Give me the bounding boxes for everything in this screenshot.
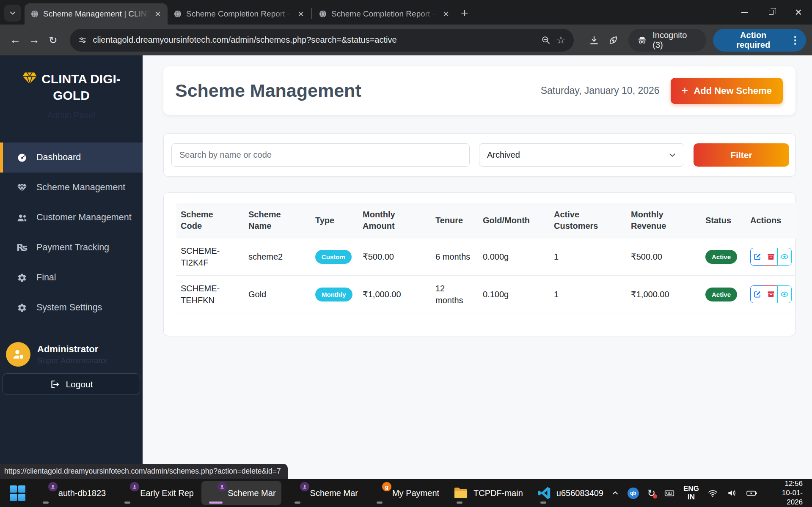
sidebar-item-final[interactable]: Final	[0, 263, 143, 293]
logout-button[interactable]: Logout	[3, 373, 140, 395]
link-preview-statusbar: https://clientagold.dreamyoursinfotech.c…	[0, 464, 288, 479]
tab-close-icon[interactable]: ×	[297, 9, 305, 19]
cell-monthly-amount: ₹500.00	[358, 238, 431, 276]
back-button[interactable]: ←	[6, 30, 25, 50]
sidebar-item-customer-management[interactable]: Customer Management	[0, 203, 143, 233]
cell-active-customers: 1	[550, 276, 627, 313]
taskbar-app-chrome-scheme-2[interactable]: Scheme Mar	[284, 481, 363, 505]
language-bottom: IN	[683, 493, 699, 502]
edit-button[interactable]	[750, 248, 765, 266]
bookmark-star-icon[interactable]: ☆	[556, 34, 566, 46]
browser-tabstrip: Scheme Management | CLINTA × Scheme Comp…	[0, 0, 812, 25]
taskbar-app-vscode[interactable]: u656083409	[531, 481, 609, 505]
sidebar: CLINTA DIGI-GOLD Admin Panel Dashboard S…	[0, 55, 143, 479]
action-required-button[interactable]: Action required ⋮	[713, 29, 806, 52]
browser-tab-scheme-management[interactable]: Scheme Management | CLINTA ×	[25, 3, 168, 25]
address-bar[interactable]: clientagold.dreamyoursinfotech.com/admin…	[70, 29, 574, 52]
chrome-icon: g	[372, 485, 388, 501]
browser-tab-completion-report-1[interactable]: Scheme Completion Report - SC ×	[168, 3, 311, 25]
start-button[interactable]	[6, 481, 30, 505]
action-required-label: Action required	[723, 30, 783, 50]
brand-block: CLINTA DIGI-GOLD Admin Panel	[0, 55, 143, 133]
tray-time: 12:56	[766, 479, 803, 488]
forward-button[interactable]: →	[25, 30, 43, 50]
performance-icon[interactable]	[604, 30, 622, 50]
cell-tenure: 12 months	[431, 276, 479, 313]
delete-button[interactable]	[764, 285, 778, 303]
gear-icon	[16, 273, 28, 283]
main-content: Scheme Management Saturday, January 10, …	[143, 55, 812, 479]
taskbar-app-chrome-early-exit[interactable]: Early Exit Rep	[114, 481, 199, 505]
taskbar-app-chrome-scheme-active[interactable]: Scheme Mar	[201, 481, 281, 505]
tab-close-icon[interactable]: ×	[154, 9, 162, 19]
sidebar-item-system-settings[interactable]: System Settings	[0, 293, 143, 323]
close-button[interactable]: ×	[785, 0, 812, 25]
new-tab-button[interactable]: +	[461, 7, 468, 19]
minimize-button[interactable]	[731, 0, 758, 25]
profile-badge-icon	[217, 482, 227, 491]
taskbar-app-explorer-tcpdf[interactable]: TCPDF-main	[447, 481, 528, 505]
avatar	[6, 342, 30, 367]
cell-tenure: 6 months	[431, 238, 479, 276]
touch-keyboard-icon[interactable]	[664, 488, 675, 499]
logout-icon	[50, 379, 60, 389]
sidebar-item-label: Dashboard	[36, 152, 81, 163]
gem-logo-icon	[22, 72, 37, 85]
schemes-table-card: Scheme Code Scheme Name Type Monthly Amo…	[163, 192, 795, 336]
user-shield-icon	[11, 348, 25, 361]
edit-button[interactable]	[750, 285, 765, 303]
language-indicator[interactable]: ENG IN	[683, 485, 699, 501]
sidebar-item-scheme-management[interactable]: Scheme Management	[0, 173, 143, 203]
clock[interactable]: 12:56 10-01-2026	[766, 479, 803, 507]
restore-button[interactable]	[758, 0, 785, 25]
table-row: SCHEME-TEHFKN Gold Monthly ₹1,000.00 12 …	[176, 276, 796, 313]
battery-icon[interactable]	[746, 488, 758, 499]
gauge-icon	[16, 153, 28, 163]
url-text: clientagold.dreamyoursinfotech.com/admin…	[93, 35, 535, 45]
filter-button[interactable]: Filter	[694, 143, 789, 167]
sidebar-item-dashboard[interactable]: Dashboard	[0, 143, 143, 173]
col-actions: Actions	[746, 203, 796, 238]
vscode-icon	[537, 485, 552, 501]
add-new-scheme-label: Add New Scheme	[694, 85, 772, 96]
status-filter-select[interactable]: Archived	[479, 143, 684, 167]
tray-date: 10-01-2026	[766, 488, 803, 507]
user-role: Super Administrator	[37, 356, 108, 365]
reload-button[interactable]: ↻	[44, 30, 62, 50]
wifi-icon[interactable]	[707, 488, 718, 499]
cell-monthly-revenue: ₹1,000.00	[627, 276, 701, 313]
add-new-scheme-button[interactable]: + Add New Scheme	[671, 78, 783, 104]
globe-favicon-icon	[319, 10, 327, 18]
tab-close-icon[interactable]: ×	[442, 9, 450, 19]
col-monthly-amount: Monthly Amount	[358, 203, 431, 238]
browser-tab-completion-report-2[interactable]: Scheme Completion Report - SC ×	[313, 3, 456, 25]
tray-expand-icon[interactable]	[611, 489, 619, 497]
chrome-icon	[119, 485, 135, 501]
view-button[interactable]	[777, 248, 792, 266]
downloads-icon[interactable]	[585, 30, 603, 50]
cell-status: Active	[701, 238, 746, 276]
gem-icon	[16, 184, 28, 192]
zoom-icon[interactable]	[541, 36, 551, 45]
tab-search-button[interactable]	[4, 5, 21, 22]
sidebar-item-payment-tracking[interactable]: ₨ Payment Tracking	[0, 233, 143, 263]
user-block: Administrator Super Administrator	[0, 342, 143, 367]
delete-button[interactable]	[764, 248, 778, 266]
volume-icon[interactable]	[727, 488, 738, 499]
incognito-icon	[637, 35, 647, 46]
taskbar-app-chrome-my-payment[interactable]: g My Payment	[366, 481, 445, 505]
tab-title: Scheme Management | CLINTA	[43, 9, 150, 19]
cell-type: Custom	[311, 238, 358, 276]
search-input[interactable]	[171, 143, 470, 167]
site-settings-icon[interactable]	[78, 36, 87, 44]
view-button[interactable]	[777, 285, 792, 303]
taskbar-app-label: auth-db1823	[58, 488, 106, 498]
taskbar-app-chrome-auth-db[interactable]: auth-db1823	[32, 481, 111, 505]
cell-active-customers: 1	[550, 238, 627, 276]
archive-icon	[767, 290, 775, 299]
qb-tray-icon[interactable]: qb	[628, 488, 639, 499]
system-tray: qb ↻ ENG IN 12:56 10-01-2026	[611, 479, 808, 507]
col-type: Type	[311, 203, 358, 238]
profile-badge-icon	[130, 482, 139, 491]
sync-tray-icon[interactable]: ↻	[647, 488, 655, 498]
